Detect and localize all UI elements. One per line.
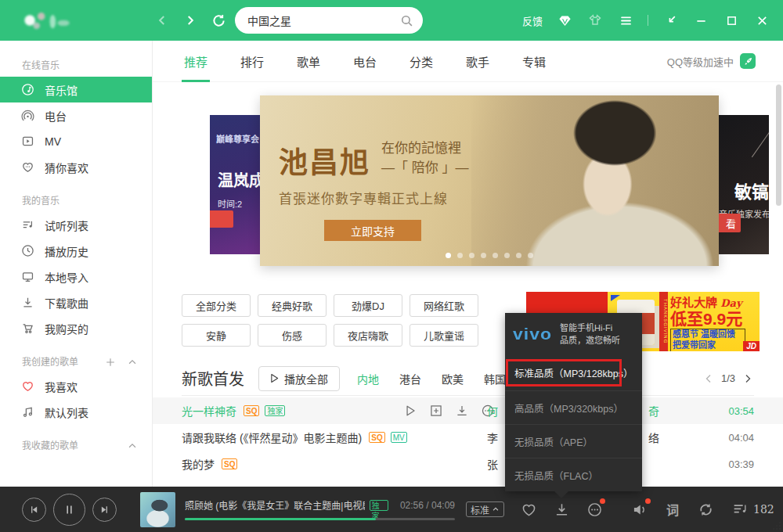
row-add-icon[interactable] — [429, 404, 443, 418]
banner-support-button[interactable]: 立即支持 — [324, 220, 421, 241]
quality-option-flac[interactable]: 无损品质（FLAC） — [505, 458, 642, 491]
region-tab-western[interactable]: 欧美 — [442, 371, 464, 386]
forward-button[interactable] — [182, 12, 199, 29]
quality-option-ape[interactable]: 无损品质（APE） — [505, 424, 642, 458]
now-playing-title[interactable]: 照顾她 (电影《我是女王》联合主题曲|电视剧《 — [185, 498, 365, 512]
banner-right-button[interactable]: 看 — [719, 214, 741, 232]
song-row-3[interactable]: 我的梦 SQ 张 03:39 — [153, 451, 783, 477]
song-album[interactable]: 奇 — [648, 403, 659, 419]
play-all-button[interactable]: 播放全部 — [258, 366, 340, 391]
search-input[interactable] — [247, 14, 400, 27]
category-club[interactable]: 夜店嗨歌 — [334, 324, 402, 347]
category-quiet[interactable]: 安静 — [182, 324, 251, 347]
back-button[interactable] — [153, 12, 171, 29]
tab-artists[interactable]: 歌手 — [466, 41, 489, 82]
carousel-dot[interactable] — [504, 253, 510, 258]
song-row-2[interactable]: 请跟我联络 (《怦然星动》电影主题曲) SQ MV 李 络 04:04 — [153, 424, 783, 451]
feedback-link[interactable]: 反馈 — [522, 13, 543, 28]
progress-bar[interactable] — [185, 518, 455, 520]
volume-button[interactable] — [631, 501, 648, 518]
sidebar-item-radio[interactable]: 电台 — [0, 102, 152, 128]
qq-level-accelerate[interactable]: QQ等级加速中 — [667, 53, 756, 69]
download-button[interactable] — [553, 501, 570, 518]
carousel-dot[interactable] — [469, 253, 474, 258]
maximize-button[interactable] — [723, 12, 740, 29]
song-title[interactable]: 光一样神奇 — [182, 403, 236, 419]
page-next-icon[interactable] — [742, 372, 754, 385]
region-tab-korea[interactable]: 韩国 — [484, 371, 506, 386]
sidebar-item-mv[interactable]: MV — [0, 128, 152, 154]
sidebar-item-download-songs[interactable]: 下载歌曲 — [0, 289, 152, 315]
region-tab-hk-tw[interactable]: 港台 — [399, 371, 421, 386]
vivo-ad[interactable]: vivo 智能手机Hi-Fi 品质，邀您畅听 — [505, 313, 642, 355]
category-sad[interactable]: 伤感 — [258, 324, 327, 347]
song-artist[interactable]: 李 — [487, 430, 498, 445]
banner-left[interactable]: 巅峰尊享会 温岚成 时间:2 — [210, 115, 260, 254]
favorite-button[interactable] — [520, 501, 537, 518]
carousel-dot[interactable] — [516, 253, 521, 258]
add-playlist-icon[interactable] — [105, 357, 116, 368]
search-box[interactable] — [235, 7, 423, 34]
banner-right[interactable]: 敏镐 音乐独家发布 看 — [719, 115, 769, 254]
category-internet-hits[interactable]: 网络红歌 — [410, 294, 478, 317]
tab-recommend[interactable]: 推荐 — [184, 41, 207, 82]
row-play-icon[interactable] — [403, 404, 417, 418]
quality-selector-button[interactable]: 标准 — [466, 501, 504, 517]
sidebar-item-music-hall[interactable]: 音乐馆 — [0, 77, 152, 102]
close-button[interactable] — [753, 12, 770, 29]
skin-shirt-icon[interactable] — [586, 12, 604, 29]
category-children[interactable]: 儿歌童谣 — [410, 324, 478, 347]
mini-mode-icon[interactable] — [662, 12, 679, 29]
song-artist[interactable]: 张 — [487, 456, 498, 472]
sidebar-item-guess-you-like[interactable]: 猜你喜欢 — [0, 154, 152, 180]
region-tab-mainland[interactable]: 内地 — [357, 371, 379, 386]
sidebar-item-purchased[interactable]: 我购买的 — [0, 315, 152, 341]
tab-playlists[interactable]: 歌单 — [297, 41, 320, 82]
sidebar-item-local-import[interactable]: 本地导入 — [0, 264, 152, 289]
lyrics-button[interactable]: 词 — [664, 501, 681, 518]
refresh-button[interactable] — [210, 12, 227, 29]
more-options-button[interactable] — [586, 501, 603, 518]
sidebar-item-play-history[interactable]: 播放历史 — [0, 238, 152, 264]
play-queue-button[interactable]: 182 — [731, 501, 774, 518]
banner-left-button[interactable] — [210, 210, 233, 228]
page-prev-icon[interactable] — [702, 372, 715, 385]
carousel-dot[interactable] — [481, 253, 486, 258]
category-all[interactable]: 全部分类 — [182, 294, 251, 317]
tab-radio[interactable]: 电台 — [353, 41, 377, 82]
sidebar-item-audition-list[interactable]: 试听列表 — [0, 212, 152, 238]
banner-main[interactable]: 池昌旭 在你的記憶裡 —「 陪你 」— 首張迷你數字專輯正式上線 立即支持 — [260, 95, 719, 266]
quality-option-high[interactable]: 高品质（MP3/320kbps） — [505, 390, 642, 424]
quality-option-standard[interactable]: 标准品质（MP3/128kbps） — [505, 355, 642, 390]
next-button[interactable] — [92, 498, 117, 522]
pause-button[interactable] — [53, 494, 85, 526]
song-artist[interactable]: 何 — [487, 403, 498, 419]
carousel-dot[interactable] — [528, 253, 533, 258]
album-art[interactable] — [140, 492, 175, 527]
carousel-dot[interactable] — [446, 253, 451, 258]
tab-category[interactable]: 分类 — [410, 41, 433, 82]
collapse-collected-icon[interactable] — [127, 440, 138, 451]
tab-ranking[interactable]: 排行 — [240, 41, 264, 82]
category-dj[interactable]: 劲爆DJ — [334, 294, 402, 317]
song-row-1[interactable]: 光一样神奇 SQ 独家 何 奇 03:54 — [153, 397, 783, 424]
vip-diamond-icon[interactable] — [556, 12, 573, 29]
sidebar-item-default-list[interactable]: 默认列表 — [0, 399, 152, 425]
loop-mode-button[interactable] — [697, 501, 714, 518]
song-title[interactable]: 我的梦 — [182, 456, 215, 472]
carousel-dot[interactable] — [493, 253, 498, 258]
minimize-button[interactable] — [692, 12, 709, 29]
sidebar-item-my-favorite[interactable]: 我喜欢 — [0, 373, 152, 399]
song-title[interactable]: 请跟我联络 (《怦然星动》电影主题曲) — [182, 430, 362, 445]
main-menu-icon[interactable] — [617, 12, 634, 29]
mv-badge[interactable]: MV — [391, 432, 407, 443]
carousel-dot[interactable] — [457, 253, 463, 258]
resize-grip[interactable] — [773, 522, 781, 530]
category-classic[interactable]: 经典好歌 — [258, 294, 327, 317]
row-download-icon[interactable] — [455, 404, 469, 418]
song-album[interactable]: 络 — [648, 430, 659, 445]
collapse-created-icon[interactable] — [127, 357, 138, 368]
search-icon[interactable] — [400, 14, 413, 27]
previous-button[interactable] — [22, 498, 46, 522]
scrollbar-thumb[interactable] — [776, 84, 781, 206]
